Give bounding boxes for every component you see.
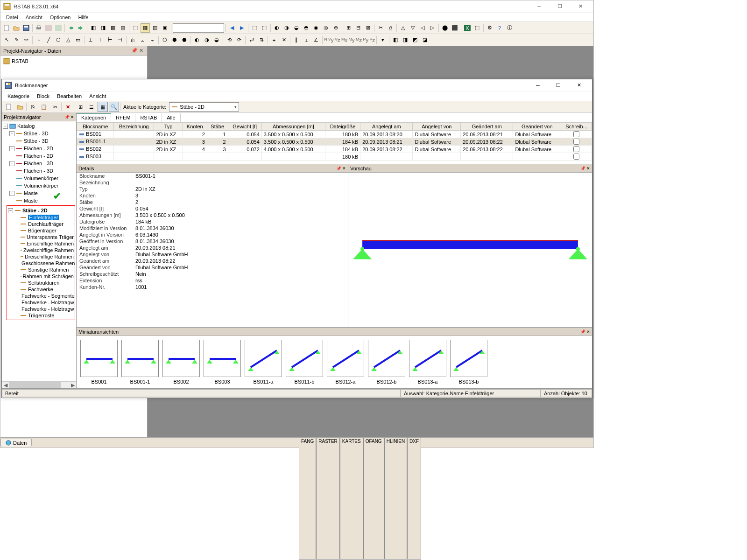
grid-header[interactable]: Angelegt von: [413, 123, 461, 131]
bm-grid[interactable]: BlocknameBezeichnungTypKnotenStäbeGewich…: [77, 122, 592, 164]
tab-rfem[interactable]: RFEM: [111, 113, 135, 122]
thumbnail[interactable]: BS003: [204, 340, 241, 385]
bm-tb-open[interactable]: [15, 102, 25, 112]
tree-subitem[interactable]: Einfeldträger: [20, 214, 74, 221]
bm-menu-kategorie[interactable]: Kategorie: [4, 92, 33, 100]
grid-header[interactable]: Blockname: [77, 123, 114, 131]
tree-group-stabe2d[interactable]: − Stäbe - 2D: [8, 207, 74, 214]
expand-icon[interactable]: [9, 154, 14, 159]
nav-left-icon[interactable]: ◀: [227, 23, 237, 33]
thumbnail[interactable]: BS012-b: [368, 340, 405, 385]
grid-header[interactable]: Knoten: [183, 123, 207, 131]
bm-tb-delete[interactable]: ✕: [63, 102, 73, 112]
tb-icon[interactable]: ◧: [89, 23, 98, 33]
tree-subitem[interactable]: Sonstige Rahmen: [20, 266, 74, 273]
tb-icon[interactable]: ▦: [141, 23, 150, 33]
tb-icon[interactable]: ⊞: [344, 23, 353, 33]
bm-tb-copy[interactable]: ⎘: [28, 102, 38, 112]
tb2-icon[interactable]: ◒: [212, 35, 221, 45]
print-icon[interactable]: [34, 23, 43, 33]
readonly-checkbox[interactable]: [573, 154, 579, 160]
tb2-icon[interactable]: ◪: [420, 35, 430, 45]
grid-header[interactable]: Angelegt am: [360, 123, 413, 131]
grid-row[interactable]: BS001 2D in XZ21 0.0543.500 x 0.500 x 0.…: [77, 131, 592, 138]
tb2-icon[interactable]: ◨: [401, 35, 410, 45]
tree-subitem[interactable]: Seilstrukturen: [20, 280, 74, 286]
tb-icon[interactable]: ⬚: [131, 23, 140, 33]
close-button[interactable]: ✕: [570, 1, 591, 12]
tree-subitem[interactable]: Geschlossene Rahmen: [20, 260, 74, 266]
tb2-icon[interactable]: ⟂: [302, 35, 311, 45]
menu-hilfe[interactable]: Hilfe: [74, 14, 92, 21]
nav-root[interactable]: RSTAB: [2, 57, 145, 65]
expand-icon[interactable]: [9, 168, 14, 174]
tb-icon[interactable]: ▦: [108, 23, 118, 33]
pin-icon[interactable]: 📌: [580, 166, 585, 171]
bm-menu-block[interactable]: Block: [33, 92, 53, 100]
expand-icon[interactable]: +: [9, 131, 14, 136]
bm-menu-ansicht[interactable]: Ansicht: [85, 92, 110, 100]
tb-icon[interactable]: ⊠: [363, 23, 373, 33]
tree-item[interactable]: + Maste: [9, 189, 75, 197]
thumbnail[interactable]: BS011-a: [245, 340, 282, 385]
tb-icon[interactable]: ⬤: [440, 23, 450, 33]
tb-icon[interactable]: △: [398, 23, 408, 33]
tb2-icon[interactable]: ◐: [192, 35, 202, 45]
tree-item[interactable]: Flächen - 2D: [9, 152, 75, 160]
thumbnail[interactable]: BS013-a: [409, 340, 446, 385]
grid-header[interactable]: Bezeichnung: [114, 123, 154, 131]
tb-icon[interactable]: [44, 23, 53, 33]
pin-icon[interactable]: 📌: [64, 115, 70, 119]
thumbnail[interactable]: BS012-a: [327, 340, 364, 385]
tree-item[interactable]: Volumenkörper: [9, 182, 75, 189]
tb2-icon[interactable]: ◑: [202, 35, 211, 45]
tb2-icon[interactable]: ◧: [391, 35, 400, 45]
grid-row[interactable]: BS003 180 kB: [77, 153, 592, 161]
tree-root[interactable]: − Katalog: [3, 122, 75, 130]
menu-ansicht[interactable]: Ansicht: [22, 14, 46, 21]
tb-icon[interactable]: ▽: [408, 23, 417, 33]
tb2-icon[interactable]: ⫟: [148, 35, 157, 45]
bm-minimize[interactable]: ─: [528, 83, 548, 88]
expand-icon[interactable]: +: [9, 161, 14, 166]
grid-row[interactable]: BS002 2D in XZ43 0.0724.000 x 0.500 x 0.…: [77, 146, 592, 153]
thumbnail[interactable]: BS013-b: [450, 340, 487, 385]
tb-icon[interactable]: ▷: [428, 23, 437, 33]
bm-tb-paste[interactable]: 📋: [39, 102, 49, 112]
tb2-icon[interactable]: ✎: [12, 35, 21, 45]
toggle-raster[interactable]: RASTER: [316, 438, 340, 560]
save-icon[interactable]: [21, 23, 31, 33]
tb2-icon[interactable]: ⫠: [138, 35, 147, 45]
maximize-button[interactable]: ☐: [550, 1, 570, 12]
tb-icon[interactable]: ⓘ: [505, 23, 514, 33]
expand-icon[interactable]: +: [9, 146, 14, 151]
tb-icon[interactable]: ◉: [311, 23, 321, 33]
tb2-icon[interactable]: ◩: [410, 35, 420, 45]
tb2-icon[interactable]: ▾: [378, 35, 388, 45]
tree-item[interactable]: + Flächen - 3D: [9, 160, 75, 167]
tb2-icon[interactable]: ⊢: [106, 35, 115, 45]
collapse-icon[interactable]: −: [8, 208, 13, 213]
tb-icon[interactable]: ▥: [150, 23, 160, 33]
grid-header[interactable]: Stäbe: [207, 123, 228, 131]
bm-maximize[interactable]: ☐: [548, 82, 569, 88]
readonly-checkbox[interactable]: [573, 146, 579, 152]
tb2-icon[interactable]: +: [269, 35, 279, 45]
close-icon[interactable]: ✕: [70, 115, 74, 119]
undo-icon[interactable]: [66, 23, 76, 33]
expand-icon[interactable]: [9, 198, 14, 203]
help-icon[interactable]: ?: [495, 23, 504, 33]
tb-icon[interactable]: ⬚: [472, 23, 482, 33]
tb-combo[interactable]: [173, 23, 224, 33]
tree-subitem[interactable]: Fachwerke - Segmente: [20, 293, 74, 299]
bm-tb-preview[interactable]: 🔍: [109, 102, 119, 112]
toggle-fang[interactable]: FANG: [299, 438, 316, 560]
tb2-icon[interactable]: ∥: [292, 35, 301, 45]
tb2-icon[interactable]: ▭: [73, 35, 83, 45]
tb-icon[interactable]: ⚙: [485, 23, 494, 33]
tb-icon[interactable]: ⬚: [250, 23, 259, 33]
tb2-icon[interactable]: ⬣: [180, 35, 189, 45]
tree-subitem[interactable]: Zweischiffige Rahmen: [20, 247, 74, 253]
bm-tb-new[interactable]: [4, 102, 14, 112]
pin-icon[interactable]: 📌: [580, 329, 585, 334]
